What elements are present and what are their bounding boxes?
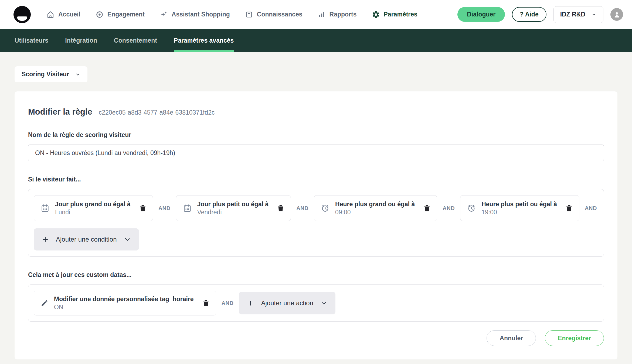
scoring-dropdown-label: Scoring Visiteur xyxy=(22,71,69,78)
tab-utilisateurs[interactable]: Utilisateurs xyxy=(15,29,48,52)
and-operator: AND xyxy=(158,205,171,211)
alarm-clock-icon xyxy=(467,204,476,213)
add-action-label: Ajouter une action xyxy=(261,299,313,307)
tab-integration[interactable]: Intégration xyxy=(65,29,97,52)
settings-tab-bar: Utilisateurs Intégration Consentement Pa… xyxy=(0,29,632,52)
delete-condition-button[interactable] xyxy=(564,203,574,213)
delete-condition-button[interactable] xyxy=(138,203,148,213)
trash-icon xyxy=(423,204,431,212)
nav-item-connaissances[interactable]: Connaissances xyxy=(245,11,303,19)
chevron-down-icon xyxy=(124,236,131,243)
condition-text: Heure plus petit ou égal à 19:00 xyxy=(481,201,557,216)
brand-logo[interactable] xyxy=(13,6,31,23)
delete-condition-button[interactable] xyxy=(422,203,432,213)
condition-text: Heure plus grand ou égal à 09:00 xyxy=(335,201,415,216)
card-title-row: Modifier la règle c220ec05-a8d3-4577-a84… xyxy=(28,107,604,117)
main-content: Scoring Visiteur Modifier la règle c220e… xyxy=(0,52,632,359)
condition-value: Lundi xyxy=(55,209,131,216)
calendar-icon xyxy=(40,204,50,213)
help-button[interactable]: ? Aide xyxy=(512,7,546,22)
nav-item-accueil[interactable]: Accueil xyxy=(46,11,80,19)
condition-title: Heure plus grand ou égal à xyxy=(335,201,415,208)
gear-icon xyxy=(372,11,380,19)
condition-text: Jour plus grand ou égal à Lundi xyxy=(55,201,131,216)
account-switcher[interactable]: IDZ R&D xyxy=(553,6,603,23)
add-condition-button[interactable]: Ajouter une condition xyxy=(34,228,139,250)
condition-title: Heure plus petit ou égal à xyxy=(481,201,557,208)
condition-title: Jour plus grand ou égal à xyxy=(55,201,131,208)
condition-card[interactable]: Jour plus grand ou égal à Lundi xyxy=(34,195,153,221)
rule-name-input[interactable] xyxy=(28,145,604,161)
plus-icon xyxy=(247,300,254,307)
pencil-icon xyxy=(40,299,49,307)
trash-icon xyxy=(277,204,285,212)
condition-value: Vendredi xyxy=(197,209,269,216)
rule-id: c220ec05-a8d3-4577-a84e-63810371fd2c xyxy=(99,109,215,116)
chevron-down-icon xyxy=(75,72,80,77)
tab-consentement[interactable]: Consentement xyxy=(114,29,157,52)
form-footer: Annuler Enregistrer xyxy=(28,330,604,346)
action-text: Modifier une donnée personnalisée tag_ho… xyxy=(54,296,194,311)
tab-parametres-avances[interactable]: Paramètres avancés xyxy=(174,29,234,52)
nav-item-label: Connaissances xyxy=(257,11,303,18)
conditions-group: Jour plus grand ou égal à Lundi AND xyxy=(28,189,604,257)
condition-title: Jour plus petit ou égal à xyxy=(197,201,269,208)
top-nav-actions: Dialoguer ? Aide IDZ R&D xyxy=(457,6,623,23)
rule-name-label: Nom de la règle de scoring visiteur xyxy=(28,131,604,139)
rule-editor-card: Modifier la règle c220ec05-a8d3-4577-a84… xyxy=(15,91,617,359)
trash-icon xyxy=(565,204,573,212)
add-condition-label: Ajouter une condition xyxy=(56,236,117,243)
trash-icon xyxy=(139,204,147,212)
actions-group: Modifier une donnée personnalisée tag_ho… xyxy=(28,284,604,322)
trash-icon xyxy=(202,299,210,307)
scoring-type-dropdown[interactable]: Scoring Visiteur xyxy=(15,66,87,82)
condition-card[interactable]: Jour plus petit ou égal à Vendredi xyxy=(176,195,291,221)
user-avatar[interactable] xyxy=(610,8,623,21)
condition-card[interactable]: Heure plus petit ou égal à 19:00 xyxy=(460,195,579,221)
top-navigation: Accueil Engagement Assistant Shopping Co… xyxy=(0,0,632,29)
condition-card[interactable]: Heure plus grand ou égal à 09:00 xyxy=(314,195,437,221)
bar-chart-icon xyxy=(318,11,326,19)
nav-item-rapports[interactable]: Rapports xyxy=(318,11,357,19)
delete-condition-button[interactable] xyxy=(276,203,286,213)
add-action-button[interactable]: Ajouter une action xyxy=(239,292,335,314)
condition-value: 09:00 xyxy=(335,209,415,216)
nav-item-label: Assistant Shopping xyxy=(172,11,230,18)
action-value: ON xyxy=(54,304,194,311)
actions-section-label: Cela met à jour ces custom datas... xyxy=(28,271,604,279)
delete-action-button[interactable] xyxy=(201,298,211,308)
nav-item-engagement[interactable]: Engagement xyxy=(96,11,145,19)
nav-item-label: Accueil xyxy=(58,11,80,18)
sparkle-icon xyxy=(160,11,168,19)
home-icon xyxy=(46,11,55,19)
dialoguer-button[interactable]: Dialoguer xyxy=(457,7,505,22)
and-operator: AND xyxy=(222,300,234,306)
and-operator: AND xyxy=(585,205,597,211)
save-button[interactable]: Enregistrer xyxy=(545,330,604,346)
nav-item-label: Paramètres xyxy=(384,11,417,18)
conditions-section-label: Si le visiteur fait... xyxy=(28,176,604,183)
condition-value: 19:00 xyxy=(481,209,557,216)
target-icon xyxy=(96,11,104,19)
action-card[interactable]: Modifier une donnée personnalisée tag_ho… xyxy=(34,291,216,315)
calendar-icon xyxy=(183,204,192,213)
account-name: IDZ R&D xyxy=(560,11,585,18)
condition-text: Jour plus petit ou égal à Vendredi xyxy=(197,201,269,216)
archive-icon xyxy=(245,11,253,19)
nav-item-assistant-shopping[interactable]: Assistant Shopping xyxy=(160,11,230,19)
plus-icon xyxy=(42,236,49,243)
alarm-clock-icon xyxy=(321,204,330,213)
and-operator: AND xyxy=(443,205,455,211)
nav-item-label: Engagement xyxy=(107,11,145,18)
page-title: Modifier la règle xyxy=(28,107,92,117)
and-operator: AND xyxy=(296,205,308,211)
person-icon xyxy=(613,11,621,19)
cancel-button[interactable]: Annuler xyxy=(487,330,536,346)
conditions-row: Jour plus grand ou égal à Lundi AND xyxy=(34,195,598,221)
action-title: Modifier une donnée personnalisée tag_ho… xyxy=(54,296,194,303)
nav-item-label: Rapports xyxy=(329,11,357,18)
chevron-down-icon xyxy=(320,300,327,307)
nav-item-parametres[interactable]: Paramètres xyxy=(372,11,417,19)
chevron-down-icon xyxy=(591,12,597,17)
